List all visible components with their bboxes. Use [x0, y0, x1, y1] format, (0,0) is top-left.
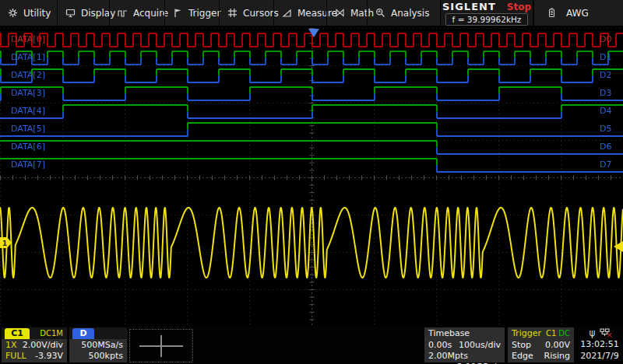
timebase-descriptor[interactable]: Timebase 0.00s 100us/div 2.00Mpts 2.00GS… [424, 327, 505, 362]
ruler-triangle-icon [282, 8, 292, 18]
menu-awg[interactable]: AWG [533, 0, 623, 26]
menu-utility[interactable]: Utility [0, 0, 57, 26]
usb-icon: ψ [590, 328, 596, 338]
top-menu-bar: Utility Display Acquire Trigger [0, 0, 623, 26]
trigger-frequency-counter: f = 39.99962kHz [445, 13, 529, 26]
menu-acquire[interactable]: Acquire [109, 0, 164, 26]
menu-cursors[interactable]: Cursors [219, 0, 273, 26]
menu-label: Analysis [391, 8, 429, 19]
channel1-descriptor[interactable]: C1 DC1M 1X 2.00V/div FULL -3.93V [2, 327, 67, 362]
monitor-icon [65, 8, 76, 18]
menu-trigger[interactable]: Trigger [164, 0, 219, 26]
lan-icon: ✕ [600, 328, 610, 338]
c1-scale: 2.00V/div [23, 340, 63, 351]
trigger-coupling: DC [558, 328, 570, 339]
menu-measure[interactable]: Measure [273, 0, 326, 26]
timebase-scale: 100us/div [459, 340, 501, 351]
menu-display[interactable]: Display [57, 0, 109, 26]
clock-time: 13:02:51 [578, 338, 621, 350]
trigger-status: Stop [512, 340, 531, 351]
menu-label: AWG [566, 8, 589, 19]
crosshatch-icon [227, 8, 238, 18]
timebase-delay: 0.00s [428, 340, 452, 351]
trigger-level: 0.00V [545, 340, 570, 351]
plus-icon [160, 335, 162, 357]
digital-memory: 500kpts [89, 351, 123, 362]
magnifier-icon [375, 8, 385, 18]
menu-analysis[interactable]: Analysis [367, 0, 440, 26]
gear-icon [8, 8, 18, 18]
c1-offset: -3.93V [35, 351, 63, 362]
digital-descriptor[interactable]: D 500MSa/s 500kpts [69, 327, 127, 362]
digital-sample-rate: 500MSa/s [81, 340, 123, 351]
scope-screen: DATA[0] DATA[1] DATA[2] DATA[3] DATA[4] … [0, 26, 623, 327]
brand-status-block: SIGLENT Stop f = 39.99962kHz [440, 0, 533, 26]
scope-display[interactable] [0, 26, 623, 327]
lan-disconnected-x: ✕ [607, 332, 613, 339]
bowtie-icon [335, 8, 345, 18]
run-state-indicator: Stop [507, 2, 531, 12]
c1-probe: 1X [5, 340, 17, 351]
status-bar: C1 DC1M 1X 2.00V/div FULL -3.93V D 500MS… [0, 327, 623, 364]
timebase-title: Timebase [428, 328, 470, 339]
trigger-type: Edge [512, 351, 533, 362]
oscilloscope-ui: Utility Display Acquire Trigger [0, 0, 623, 364]
siglent-logo: SIGLENT [442, 1, 496, 12]
add-channel-box[interactable] [129, 329, 193, 362]
c1-bandwidth: FULL [5, 351, 26, 362]
acquire-wave-icon [118, 8, 128, 18]
menu-label: Utility [23, 8, 51, 19]
clock-date: 2021/7/9 [578, 350, 621, 362]
digital-tab[interactable]: D [72, 328, 94, 339]
menu-label: Acquire [133, 8, 168, 19]
trigger-slope: Rising [544, 351, 570, 362]
trigger-title: Trigger [512, 328, 541, 339]
c1-coupling: DC1M [40, 329, 63, 338]
awg-icon [547, 8, 557, 18]
trigger-source: C1 [546, 328, 556, 339]
menu-label: Trigger [188, 8, 220, 19]
trigger-descriptor[interactable]: Trigger DC C1 Stop 0.00V Edge Rising [508, 327, 574, 362]
flag-icon [173, 8, 183, 18]
menu-math[interactable]: Math [326, 0, 367, 26]
clock-area: ψ ✕ 13:02:51 2021/7/9 [578, 327, 621, 362]
c1-tab[interactable]: C1 [5, 328, 30, 339]
timebase-points: 2.00Mpts [428, 351, 468, 362]
